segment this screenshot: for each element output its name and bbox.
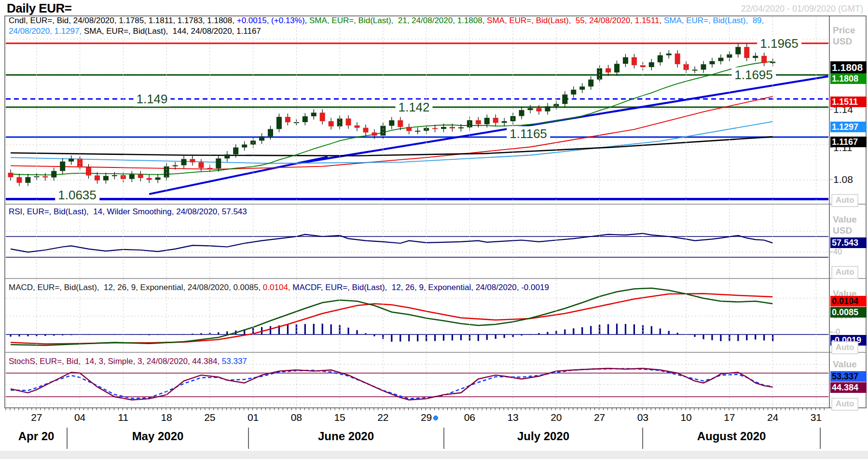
main-panel[interactable] [6, 39, 828, 199]
xaxis-day-31: 31 [811, 412, 822, 423]
macd-legend-part-2: MACDF, EUR=, Bid(Last), 12, 26, 9, Expon… [292, 283, 549, 292]
xaxis-day-01: 01 [248, 412, 259, 423]
macd-legend-part-1: 0.0104, [263, 283, 292, 292]
xaxis-day-22: 22 [377, 412, 388, 423]
main-value-badge-1.1297: 1.1297 [830, 122, 867, 132]
xaxis-month-august-2020: August 2020 [697, 430, 766, 443]
xaxis-day-25: 25 [204, 412, 215, 423]
xaxis-day-10: 10 [680, 412, 691, 423]
xaxis-day-27: 27 [594, 412, 605, 423]
main-axis-tick-1.08: 1.08 [833, 174, 853, 185]
xaxis-day-17: 17 [724, 412, 735, 423]
macd-legend: MACD, EUR=, Bid(Last), 12, 26, 9, Expone… [9, 283, 549, 292]
xaxis-month-may-2020: May 2020 [132, 430, 184, 443]
xaxis-day-04: 04 [74, 412, 85, 423]
main-legend2-part-0: 24/08/2020, 1.1297, [9, 27, 84, 36]
macd-value-badge-0.0104: 0.0104 [830, 296, 867, 306]
rsi-axis-header-usd: USD [833, 225, 852, 236]
main-legend-line2: 24/08/2020, 1.1297, SMA, EUR=, Bid(Last)… [9, 27, 261, 36]
main-legend-part-2: SMA, EUR=, Bid(Last), 21, 24/08/2020, 1.… [309, 16, 487, 25]
price-annotation-1.0635: 1.0635 [55, 187, 99, 202]
rsi-axis-tick-40: 40 [833, 248, 842, 256]
rsi-axis-header-value: Value [833, 214, 857, 225]
xaxis-day-11: 11 [118, 412, 128, 423]
stoch-auto-button[interactable]: Auto [831, 398, 858, 411]
xaxis-day-27: 27 [31, 412, 42, 423]
main-value-badge-1.1808: 1.1808 [830, 61, 867, 73]
stoch-value-badge-44.384: 44.384 [830, 382, 867, 393]
main-legend-part-1: +0.0015, (+0.13%), [237, 16, 309, 25]
xaxis-day-13: 13 [507, 412, 518, 423]
xaxis-day-06: 06 [464, 412, 475, 423]
rsi-panel[interactable] [6, 231, 828, 257]
macd-histogram [11, 324, 773, 342]
price-annotation-1.149: 1.149 [133, 92, 170, 107]
xaxis-day-08: 08 [291, 412, 302, 423]
bottom-strip [0, 451, 868, 459]
main-axis-header-usd: USD [833, 36, 852, 47]
stoch-legend-part-0: StochS, EUR=, Bid, 14, 3, Simple, 3, 24/… [9, 357, 222, 366]
date-range-label: 22/04/2020 - 01/09/2020 (GMT) [741, 4, 863, 14]
main-legend-part-0: Cndl, EUR=, Bid, 24/08/2020, 1.1785, 1.1… [9, 16, 237, 25]
xaxis-day-15: 15 [334, 412, 345, 423]
sma144-line [11, 137, 773, 155]
xaxis-month-june-2020: June 2020 [318, 430, 374, 443]
stoch-legend: StochS, EUR=, Bid, 14, 3, Simple, 3, 24/… [9, 357, 247, 366]
rsi-auto-button[interactable]: Auto [831, 266, 858, 279]
xaxis-day-20: 20 [551, 412, 562, 423]
xaxis-day-18: 18 [161, 412, 172, 423]
xaxis-day-03: 03 [637, 412, 648, 423]
macd-legend-part-0: MACD, EUR=, Bid(Last), 12, 26, 9, Expone… [9, 283, 263, 292]
main-legend-part-4: SMA, EUR=, Bid(Last), 89, [664, 16, 766, 25]
main-axis-header-price: Price [833, 25, 855, 36]
xaxis-month-apr-20: Apr 20 [18, 430, 55, 443]
price-annotation-1.1695: 1.1695 [731, 68, 776, 83]
rsi-legend: RSI, EUR=, Bid(Last), 14, Wilder Smoothi… [9, 207, 247, 217]
xaxis-month-july-2020: July 2020 [517, 430, 569, 443]
price-annotation-1.1965: 1.1965 [757, 36, 801, 51]
macd-auto-button[interactable]: Auto [831, 341, 858, 354]
macd-panel[interactable] [6, 288, 828, 346]
stoch-legend-part-1: 53.337 [222, 357, 247, 366]
chart-title: Daily EUR= [7, 1, 71, 16]
xaxis-day-29: 29 [421, 412, 432, 423]
stoch-panel[interactable] [6, 364, 828, 404]
price-annotation-1.1165: 1.1165 [507, 126, 550, 141]
main-value-badge-1.1511: 1.1511 [830, 97, 867, 107]
main-legend-part-3: SMA, EUR=, Bid(Last), 55, 24/08/2020, 1.… [487, 16, 664, 25]
price-annotation-1.142: 1.142 [395, 100, 432, 115]
event-marker-icon [434, 416, 438, 420]
macd-value-badge-0.0085: 0.0085 [830, 307, 867, 318]
rsi-legend-part-0: RSI, EUR=, Bid(Last), 14, Wilder Smoothi… [9, 207, 247, 216]
main-auto-button[interactable]: Auto [831, 194, 858, 207]
main-value-badge-1.1808: 1.1808 [830, 73, 867, 84]
rsi-value-badge-57.543: 57.543 [830, 237, 867, 248]
main-legend-line1: Cndl, EUR=, Bid, 24/08/2020, 1.1785, 1.1… [9, 16, 766, 26]
xaxis-day-24: 24 [767, 412, 778, 423]
stoch-value-badge-53.337: 53.337 [830, 371, 867, 382]
main-value-badge-1.1167: 1.1167 [830, 137, 867, 147]
main-legend2-part-1: SMA, EUR=, Bid(Last), 144, 24/08/2020, 1… [84, 27, 261, 36]
stoch-axis-header-value: Value [833, 359, 857, 370]
